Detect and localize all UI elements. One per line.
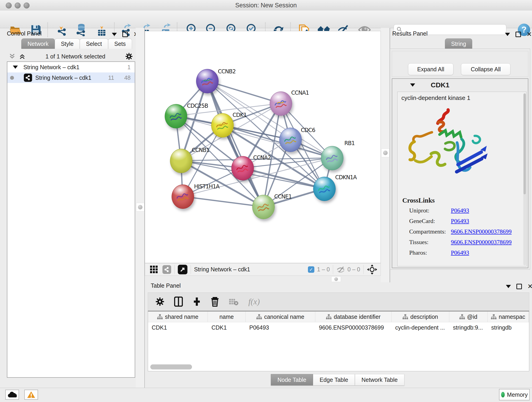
status-bar <box>0 388 532 402</box>
table-panel-title: Table Panel <box>151 282 181 289</box>
column-header-description[interactable]: description <box>392 312 449 322</box>
edge-HIST1H1A-CCNE1[interactable] <box>183 196 263 207</box>
node-label-CDC25B: CDC25B <box>187 103 208 109</box>
cloud-button[interactable] <box>5 390 19 400</box>
column-header-canonical-name[interactable]: canonical name <box>246 312 315 322</box>
column-header-shared-name[interactable]: shared name <box>148 312 208 322</box>
column-header--id[interactable]: @id <box>449 312 488 322</box>
node-CDK1[interactable] <box>211 113 234 138</box>
collapse-all-button[interactable]: Collapse All <box>461 63 510 75</box>
node-CCNB2[interactable] <box>196 69 219 93</box>
column-header-label: shared name <box>165 313 198 320</box>
node-CCNA2[interactable] <box>231 156 254 180</box>
expand-all-icon[interactable] <box>19 53 26 60</box>
node-CCNB1[interactable] <box>170 149 192 173</box>
horizontal-splitter-handle[interactable] <box>331 276 341 282</box>
tab-style[interactable]: Style <box>55 38 80 49</box>
table-row[interactable]: CDK1CDK1P064939606.ENSP00000378699cyclin… <box>148 322 529 333</box>
node-CDC6[interactable] <box>279 128 302 152</box>
column-header-label: description <box>410 313 438 320</box>
crosslink-link[interactable]: P06493 <box>451 249 469 256</box>
panel-menu-icon[interactable] <box>112 33 117 36</box>
node-label-CCNB1: CCNB1 <box>192 147 209 153</box>
birds-eye-navigator-icon[interactable] <box>367 264 377 275</box>
window-title: Session: New Session <box>0 0 532 11</box>
tab-select[interactable]: Select <box>80 38 108 49</box>
warning-icon <box>27 391 36 398</box>
column-header-label: @id <box>467 313 477 320</box>
crosslink-link[interactable]: 9606.ENSP00000378699 <box>451 228 512 235</box>
table-cell[interactable]: 9606.ENSP00000378699 <box>315 324 392 331</box>
tab-network[interactable]: Network <box>21 38 55 49</box>
tab-sets[interactable]: Sets <box>108 38 132 49</box>
import-network-database-icon[interactable] <box>75 23 88 36</box>
expand-all-button[interactable]: Expand All <box>408 63 453 75</box>
panel-menu-icon[interactable] <box>506 285 511 288</box>
table-horizontal-scrollbar[interactable] <box>149 364 527 370</box>
delete-column-icon[interactable] <box>211 297 219 307</box>
float-panel-icon[interactable] <box>515 32 521 37</box>
left-splitter-handle[interactable] <box>136 203 144 211</box>
gear-icon[interactable] <box>125 52 133 60</box>
close-panel-icon[interactable]: ✕ <box>526 32 532 37</box>
tab-network-table[interactable]: Network Table <box>355 374 404 385</box>
network-type-icon <box>24 74 32 82</box>
memory-button[interactable]: Memory <box>499 389 530 400</box>
collection-expander-icon[interactable] <box>13 65 18 69</box>
network-view-toolbar: String Network – cdk1 ✓ 1 – 0 0 – 0 <box>145 263 381 276</box>
results-scrollbar-thumb[interactable] <box>524 94 526 194</box>
close-panel-icon[interactable]: ✕ <box>527 284 532 289</box>
shared-column-icon <box>326 314 331 319</box>
results-scrollbar[interactable] <box>523 93 526 265</box>
results-panel-header-icons: ✕ <box>505 32 532 37</box>
table-cell[interactable]: stringdb <box>488 324 529 331</box>
node-CCNE1[interactable] <box>252 195 275 219</box>
float-panel-icon[interactable] <box>516 284 522 289</box>
table-cell[interactable]: CDK1 <box>208 324 246 331</box>
column-header-label: database identifier <box>334 313 380 320</box>
node-CCNA1[interactable] <box>270 91 292 116</box>
table-cell[interactable]: CDK1 <box>148 324 208 331</box>
node-CDKN1A[interactable] <box>313 177 336 201</box>
node-table[interactable]: shared namenamecanonical namedatabase id… <box>148 311 529 371</box>
selected-checkbox-icon[interactable]: ✓ <box>308 266 314 273</box>
tab-edge-table[interactable]: Edge Table <box>313 374 355 385</box>
table-cell[interactable]: P06493 <box>246 324 315 331</box>
table-panel-header-icons: ✕ <box>506 284 532 289</box>
node-CDC25B[interactable] <box>165 104 187 128</box>
grid-view-icon[interactable] <box>150 265 158 274</box>
show-columns-icon[interactable] <box>174 297 183 307</box>
table-header-row: shared namenamecanonical namedatabase id… <box>148 312 529 322</box>
warning-button[interactable] <box>24 390 38 400</box>
crosslink-link[interactable]: P06493 <box>451 218 469 225</box>
table-scrollbar-thumb[interactable] <box>150 364 192 370</box>
crosslink-link[interactable]: 9606.ENSP00000378699 <box>451 239 512 246</box>
node-RB1[interactable] <box>321 146 343 170</box>
import-network-file-icon[interactable] <box>56 23 69 36</box>
title-bar: Session: New Session <box>0 0 532 11</box>
column-header-name[interactable]: name <box>208 312 246 322</box>
node-HIST1H1A[interactable] <box>172 185 194 209</box>
network-canvas[interactable]: CCNB2CCNA1CDC25BCDK1CDC6RB1CCNB1CCNA2CDK… <box>145 31 381 263</box>
network-collection-row[interactable]: String Network – cdk1 1 <box>7 62 135 72</box>
open-in-window-icon[interactable] <box>178 265 187 274</box>
tab-node-table[interactable]: Node Table <box>271 374 313 385</box>
gene-section-header[interactable]: CDK1 <box>392 78 528 92</box>
float-panel-icon[interactable] <box>122 32 128 37</box>
node-label-CDKN1A: CDKN1A <box>335 174 356 181</box>
network-row[interactable]: String Network – cdk1 11 48 <box>7 72 135 83</box>
column-header-namespac[interactable]: namespac <box>488 312 529 322</box>
crosslink-link[interactable]: P06493 <box>451 207 469 214</box>
column-header-database-identifier[interactable]: database identifier <box>315 312 392 322</box>
import-table-icon[interactable] <box>95 23 108 36</box>
create-column-icon[interactable] <box>192 297 201 307</box>
network-share-view-icon[interactable] <box>162 265 171 274</box>
table-cell[interactable]: stringdb:9... <box>449 324 488 331</box>
collapse-all-icon[interactable] <box>9 53 16 60</box>
right-splitter-handle[interactable] <box>381 148 389 157</box>
table-cell[interactable]: cyclin-dependent ... <box>392 324 449 331</box>
tab-string[interactable]: String <box>445 38 472 49</box>
panel-menu-icon[interactable] <box>505 33 510 36</box>
table-settings-gear-icon[interactable] <box>155 297 165 306</box>
gene-expander-icon[interactable] <box>410 83 415 87</box>
